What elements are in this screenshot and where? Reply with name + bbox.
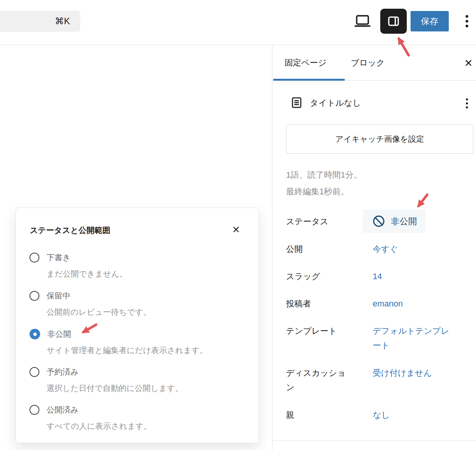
set-featured-image-button[interactable]: アイキャッチ画像を設定: [286, 124, 473, 154]
word-count-text: 1語、読了時間1分。: [286, 169, 362, 181]
status-option-scheduled[interactable]: 予約済み 選択した日付で自動的に公開します。: [30, 367, 248, 394]
option-description: まだ公開できません。: [47, 269, 248, 279]
setting-row-slug: スラッグ 14: [286, 269, 473, 284]
setting-row-template: テンプレート デフォルトテンプレート: [286, 324, 473, 353]
sidebar-panel-icon: [386, 14, 401, 29]
row-label: ステータス: [286, 209, 347, 229]
slug-value-link[interactable]: 14: [373, 269, 454, 284]
save-button-label: 保存: [421, 16, 439, 27]
option-description: 公開前のレビュー待ちです。: [47, 307, 248, 317]
status-value: 非公開: [391, 216, 417, 227]
last-edited-text: 最終編集1秒前。: [286, 186, 349, 197]
status-chip-button[interactable]: 非公開: [363, 209, 426, 233]
status-option-published[interactable]: 公開済み すべての人に表示されます。: [30, 405, 248, 431]
close-icon: ✕: [464, 57, 473, 69]
row-label: 公開: [286, 242, 347, 256]
sidebar-tabs: 固定ページ ブロック ✕: [272, 45, 476, 81]
radio-unselected[interactable]: [30, 367, 39, 377]
option-label: 公開済み: [47, 405, 79, 415]
wordpress-editor-screen: ⌘K 保存: [0, 0, 476, 450]
page-actions-menu-button[interactable]: [459, 95, 474, 112]
option-description: サイト管理者と編集者にだけ表示されます。: [47, 345, 248, 356]
tab-block[interactable]: ブロック: [351, 57, 385, 69]
parent-value-link[interactable]: なし: [373, 408, 454, 422]
tab-page[interactable]: 固定ページ: [285, 57, 327, 69]
active-tab-underline: [273, 79, 345, 81]
kebab-menu-icon: [460, 14, 473, 29]
page-summary-row: タイトルなし: [290, 96, 471, 111]
kebab-menu-icon: [462, 97, 472, 110]
popover-title: ステータスと公開範囲: [30, 225, 110, 236]
row-label: スラッグ: [286, 269, 347, 284]
radio-unselected[interactable]: [30, 291, 39, 301]
settings-sidebar-toggle-button[interactable]: [380, 9, 407, 34]
setting-row-publish: 公開 今すぐ: [286, 242, 473, 256]
settings-sidebar: 固定ページ ブロック ✕ タイトルなし: [272, 45, 476, 450]
radio-unselected[interactable]: [30, 405, 39, 415]
setting-row-discussion: ディスカッション 受け付けません: [286, 366, 473, 395]
discussion-value-link[interactable]: 受け付けません: [373, 366, 454, 380]
command-search-input[interactable]: ⌘K: [0, 11, 80, 32]
row-label: テンプレート: [286, 324, 347, 338]
prohibited-icon: [372, 214, 386, 228]
publish-value-link[interactable]: 今すぐ: [373, 242, 454, 256]
page-document-icon: [290, 96, 303, 109]
radio-unselected[interactable]: [30, 253, 39, 262]
close-icon: ✕: [232, 224, 240, 235]
setting-row-author: 投稿者 emanon: [286, 297, 473, 311]
author-value-link[interactable]: emanon: [373, 297, 454, 311]
status-visibility-popover: ステータスと公開範囲 ✕ 下書き まだ公開できません。 保留中 公開前のレビュー…: [16, 208, 259, 443]
radio-selected[interactable]: [30, 329, 40, 339]
template-value-link[interactable]: デフォルトテンプレート: [373, 324, 454, 353]
setting-row-status: ステータス 非公開: [286, 209, 473, 229]
row-label: 投稿者: [286, 297, 347, 311]
featured-image-button-label: アイキャッチ画像を設定: [335, 134, 424, 144]
status-option-draft[interactable]: 下書き まだ公開できません。: [30, 252, 248, 279]
setting-row-parent: 親 なし: [286, 408, 473, 422]
preview-button[interactable]: [351, 10, 374, 33]
option-description: すべての人に表示されます。: [47, 421, 248, 431]
command-shortcut-hint: ⌘K: [55, 16, 70, 27]
editor-top-bar: ⌘K 保存: [0, 0, 476, 45]
status-option-pending[interactable]: 保留中 公開前のレビュー待ちです。: [30, 291, 248, 317]
row-label: 親: [286, 408, 347, 422]
option-label: 保留中: [47, 291, 70, 301]
sidebar-section-divider: [272, 441, 476, 441]
save-button[interactable]: 保存: [411, 11, 449, 31]
row-label: ディスカッション: [286, 366, 347, 395]
laptop-icon: [354, 12, 371, 30]
option-label: 下書き: [47, 252, 71, 263]
popover-close-button[interactable]: ✕: [227, 220, 245, 239]
close-sidebar-button[interactable]: ✕: [461, 56, 476, 71]
status-option-private[interactable]: 非公開 サイト管理者と編集者にだけ表示されます。: [30, 329, 248, 356]
option-description: 選択した日付で自動的に公開します。: [47, 383, 248, 394]
option-label: 非公開: [47, 329, 71, 339]
option-label: 予約済み: [47, 367, 79, 377]
options-menu-button[interactable]: [459, 10, 474, 33]
page-title: タイトルなし: [310, 97, 361, 109]
